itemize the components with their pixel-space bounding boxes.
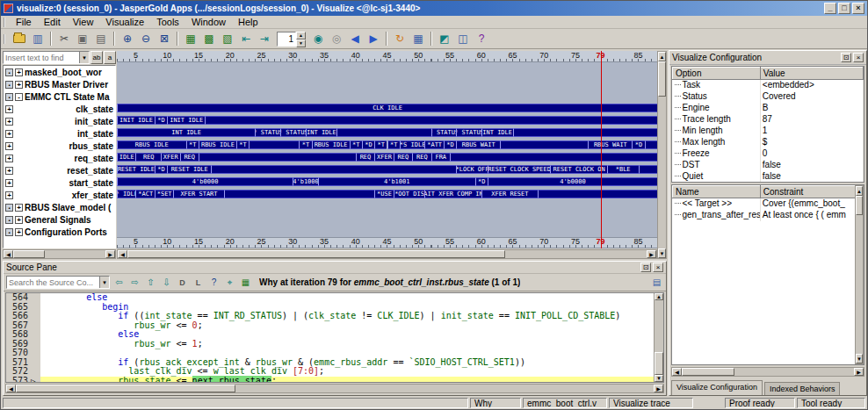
expander-icon[interactable]: +: [15, 68, 23, 76]
show-drivers-button[interactable]: D: [176, 276, 189, 289]
waveform-hscrollbar[interactable]: ◀ ▶: [117, 249, 657, 259]
waveform-vscrollbar[interactable]: ▲ ▼: [657, 51, 667, 259]
wave-row-reset-state[interactable]: RESET IDLE*DRESET IDLE*LOCK OFFRESET CLO…: [117, 163, 657, 176]
constraints-vscrollbar[interactable]: ▲ ▼: [855, 185, 864, 364]
wave-row-empty[interactable]: [117, 212, 657, 225]
scroll-thumb[interactable]: [682, 368, 734, 376]
scroll-thumb[interactable]: [655, 352, 663, 375]
tree-row-masked-boot-wor[interactable]: ▪+masked_boot_wor: [4, 66, 115, 78]
tree-row-configuration-ports[interactable]: ▪+Configuration Ports: [4, 226, 115, 238]
next-transition-button[interactable]: ⇥: [256, 31, 273, 47]
pane-close-button[interactable]: ×: [653, 263, 663, 272]
nav-up-button[interactable]: ⇧: [144, 276, 157, 289]
tree-row-reset-state[interactable]: +reset_state: [4, 164, 115, 176]
why-table-button[interactable]: ▦: [239, 276, 252, 289]
scroll-track[interactable]: [235, 385, 654, 392]
scroll-up-icon[interactable]: ▲: [655, 293, 663, 300]
source-options-button[interactable]: ▤: [650, 276, 663, 289]
expander-icon[interactable]: +: [15, 228, 23, 236]
toolbar-grip[interactable]: [4, 34, 6, 44]
save-trace-button[interactable]: ▥: [29, 31, 47, 47]
insert-signals-button[interactable]: ▩: [200, 31, 218, 47]
combo-dropdown-icon[interactable]: ▾: [99, 277, 109, 288]
scroll-thumb[interactable]: [127, 250, 505, 258]
freeze-trace-button[interactable]: ◉: [309, 31, 327, 47]
source-search-combo[interactable]: ▾: [6, 276, 110, 289]
locate-button[interactable]: ⌖: [223, 276, 236, 289]
wave-row-empty[interactable]: [117, 225, 657, 237]
tree-row-xfer-state[interactable]: +xfer_state: [4, 189, 115, 201]
source-hscrollbar[interactable]: ◀ ▶: [5, 384, 664, 393]
wave-row-xfer-state[interactable]: * IDLE*ACT*SETXFER START*USE*OOT DIS*WAI…: [117, 188, 657, 200]
panel-float-button[interactable]: ⊡: [841, 53, 851, 62]
scroll-left-icon[interactable]: ◀: [118, 250, 127, 258]
panel-close-button[interactable]: ×: [853, 53, 864, 62]
scroll-track[interactable]: [505, 250, 647, 258]
time-ruler-top[interactable]: 510152025303540455055606570758579: [117, 51, 657, 62]
scroll-down-icon[interactable]: ▼: [658, 248, 666, 258]
wave-row-int-state[interactable]: INT IDLE* STATUS* STATUSINT IDLE* STATUS…: [117, 126, 657, 139]
wave-row-start-state[interactable]: 4'b00004'b10004'b1001*D4'b0000: [117, 176, 657, 188]
nav-forward-button[interactable]: ⇨: [128, 276, 141, 289]
menu-window[interactable]: Window: [185, 17, 232, 27]
show-source-button[interactable]: ◫: [454, 31, 472, 47]
expander-icon[interactable]: +: [15, 204, 23, 212]
option-row-trace-length[interactable]: Trace length87: [673, 114, 864, 126]
config-panel-header[interactable]: Visualize Configuration ⊡ ×: [669, 51, 866, 65]
tree-row-start-state[interactable]: +start_state: [4, 176, 115, 189]
tree-row-rbus-state[interactable]: +rbus_state: [4, 140, 115, 152]
expander-icon[interactable]: +: [5, 191, 13, 199]
rerun-button[interactable]: ↻: [391, 31, 409, 47]
tree-row-init-state[interactable]: +init_state: [4, 115, 115, 127]
expander-icon[interactable]: +: [5, 167, 13, 175]
expander-icon[interactable]: +: [15, 216, 23, 224]
help-button[interactable]: ?: [473, 31, 490, 47]
pane-float-button[interactable]: ⊡: [640, 263, 651, 272]
wave-row-empty[interactable]: [117, 77, 657, 90]
expander-icon[interactable]: +: [15, 81, 23, 89]
spinner-up-icon[interactable]: ▲: [296, 32, 306, 40]
scroll-track[interactable]: [45, 250, 105, 258]
option-row-min-length[interactable]: Min length1: [673, 126, 864, 137]
wave-row-req-state[interactable]: IDLEREQXFERREQREQXFERREQREQFRA: [117, 151, 657, 163]
expander-icon[interactable]: +: [5, 118, 13, 126]
wave-row-empty[interactable]: [117, 200, 657, 212]
show-table-button[interactable]: ▦: [409, 31, 427, 47]
tree-row-req-state[interactable]: +req_state: [4, 152, 115, 164]
menu-tools[interactable]: Tools: [150, 17, 185, 27]
title-bar[interactable]: visualize:0 (session_0) - JasperGold App…: [1, 1, 867, 16]
copy-button[interactable]: ▣: [74, 31, 91, 47]
expander-icon[interactable]: +: [5, 105, 13, 113]
scroll-thumb[interactable]: [13, 250, 45, 258]
scroll-thumb[interactable]: [658, 61, 666, 97]
clear-trace-button[interactable]: ◎: [328, 31, 345, 47]
code-line-569[interactable]: 569 rbus_wr <= 1;: [6, 340, 654, 349]
scroll-thumb[interactable]: [856, 196, 863, 215]
wave-row-clk-state[interactable]: CLK IDLE: [117, 102, 657, 114]
highlight-drivers-button[interactable]: ◩: [436, 31, 453, 47]
constraint-row-gen-trans-after-restart[interactable]: gen_trans_after_restartAt least once { (…: [673, 210, 864, 221]
expander-icon[interactable]: +: [5, 155, 13, 162]
option-row-status[interactable]: StatusCovered: [673, 91, 864, 103]
paste-button[interactable]: ▤: [92, 31, 110, 47]
cut-button[interactable]: ✂: [55, 31, 73, 47]
source-vscrollbar[interactable]: ▲ ▼: [654, 293, 663, 382]
scroll-up-icon[interactable]: ▲: [856, 186, 863, 196]
tab-indexed-behaviors[interactable]: Indexed Behaviors: [764, 382, 841, 395]
tree-row-int-state[interactable]: +int_state: [4, 127, 115, 140]
zoom-in-button[interactable]: ⊕: [119, 31, 136, 47]
scroll-down-icon[interactable]: ▼: [856, 354, 863, 363]
zoom-fit-button[interactable]: ⊠: [156, 31, 173, 47]
waveform-canvas[interactable]: CLK IDLEINIT IDLE*DINIT IDLEINT IDLE* ST…: [117, 62, 657, 237]
constraint-row-target[interactable]: << Target >>Cover {(emmc_boot_: [673, 198, 864, 210]
menu-visualize[interactable]: Visualize: [99, 17, 150, 27]
menu-edit[interactable]: Edit: [38, 17, 67, 27]
scroll-track[interactable]: [734, 368, 854, 376]
zoom-out-button[interactable]: ⊖: [137, 31, 155, 47]
wave-row-init-state[interactable]: INIT IDLE*DINIT IDLE: [117, 114, 657, 126]
find-whole-word-button[interactable]: a: [104, 51, 116, 64]
nav-back-button[interactable]: ⇦: [112, 276, 126, 289]
combo-dropdown-icon[interactable]: ▾: [79, 52, 89, 63]
menu-help[interactable]: Help: [232, 17, 264, 27]
scroll-right-icon[interactable]: ▶: [105, 250, 115, 258]
